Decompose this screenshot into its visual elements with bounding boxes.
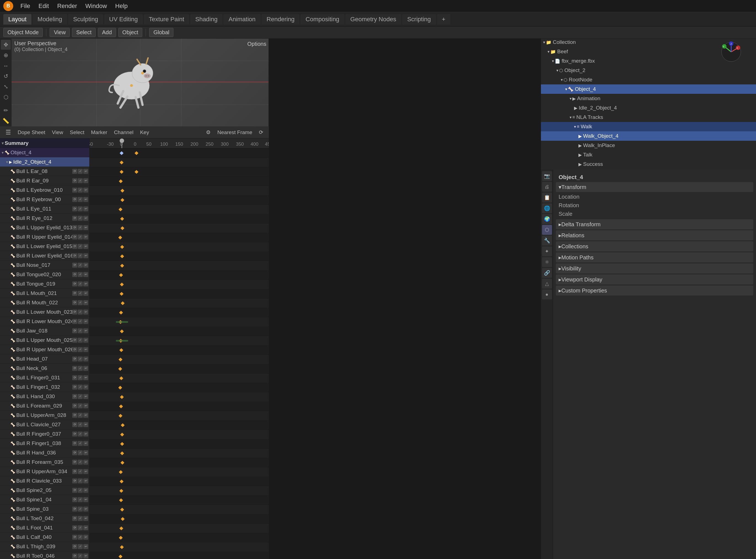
ds-select-btn[interactable]: Select: [67, 128, 87, 137]
modifier-prop-icon[interactable]: 🔧: [542, 236, 552, 246]
particle-prop-icon[interactable]: ✦: [542, 246, 552, 256]
channel-bull-l-clavicle[interactable]: 🦴 Bull L Clavicle_027 ⟳ ✓ ↩: [0, 420, 89, 429]
menu-window[interactable]: Window: [82, 1, 110, 11]
tree-talk[interactable]: ▶ Talk: [541, 150, 756, 159]
channel-bull-r-lower-mouth[interactable]: 🦴 Bull R Lower Mouth_024 ⟳ ✓ ↩: [0, 317, 89, 326]
tab-shading[interactable]: Shading: [190, 14, 222, 25]
channel-bull-l-mouth[interactable]: 🦴 Bull L Mouth_021 ⟳ ✓ ↩: [0, 289, 89, 298]
tab-texture-paint[interactable]: Texture Paint: [144, 14, 189, 25]
constraint-prop-icon[interactable]: 🔗: [542, 268, 552, 278]
object-mode-btn[interactable]: Object Mode: [3, 28, 43, 37]
channel-bull-r-forearm[interactable]: 🦴 Bull R Forearm_035 ⟳ ✓ ↩: [0, 457, 89, 467]
channel-bull-jaw[interactable]: 🦴 Bull Jaw_018 ⟳ ✓ ↩: [0, 326, 89, 336]
channel-bull-l-thigh[interactable]: 🦴 Bull L Thigh_039 ⟳ ✓ ↩: [0, 542, 89, 551]
channel-bull-head[interactable]: 🦴 Bull Head_07 ⟳ ✓ ↩: [0, 354, 89, 364]
object-menu-btn[interactable]: Object: [118, 28, 143, 37]
tree-animation[interactable]: ▾ ▶ Animation: [541, 94, 756, 103]
visibility-header[interactable]: ▸ Visibility: [556, 264, 753, 273]
menu-file[interactable]: File: [17, 1, 33, 11]
tree-walk-inplace[interactable]: ▶ Walk_InPlace: [541, 141, 756, 150]
material-prop-icon[interactable]: ●: [542, 289, 552, 299]
transform-header[interactable]: ▾ Transform: [556, 182, 753, 192]
channel-bull-tongue[interactable]: 🦴 Bull Tongue_019 ⟳ ✓ ↩: [0, 279, 89, 289]
channel-bull-l-upperarm[interactable]: 🦴 Bull L UpperArm_028 ⟳ ✓ ↩: [0, 410, 89, 420]
collections-header[interactable]: ▸ Collections: [556, 241, 753, 251]
channel-bull-spine2[interactable]: 🦴 Bull Spine2_05 ⟳ ✓ ↩: [0, 486, 89, 495]
keyframe-area[interactable]: -50 -30 0 0 50 100 150 200 250 300 350 4…: [90, 138, 269, 559]
view-menu-btn[interactable]: View: [50, 28, 70, 37]
ds-type-icon[interactable]: ☰: [3, 128, 14, 137]
ds-filter-btn[interactable]: ⚙: [203, 128, 213, 137]
tree-nla[interactable]: ▾ ≡ NLA Tracks: [541, 113, 756, 122]
select-menu-btn[interactable]: Select: [72, 28, 96, 37]
rotate-tool[interactable]: ↺: [1, 71, 11, 81]
data-prop-icon[interactable]: △: [542, 279, 552, 289]
channel-bull-r-ear[interactable]: 🦴 Bull R Ear_09 ⟳ ✓ ↩: [0, 176, 89, 185]
channel-bull-l-finger1[interactable]: 🦴 Bull L Finger1_032 ⟳ ✓ ↩: [0, 382, 89, 392]
view-layer-icon[interactable]: 📋: [542, 193, 552, 203]
channel-bull-spine1[interactable]: 🦴 Bull Spine1_04 ⟳ ✓ ↩: [0, 495, 89, 505]
channel-bull-r-upper-eyelid[interactable]: 🦴 Bull R Upper Eyelid_014 ⟳ ✓ ↩: [0, 232, 89, 242]
menu-render[interactable]: Render: [54, 1, 80, 11]
annotate-tool[interactable]: ✏: [1, 105, 11, 115]
motion-paths-header[interactable]: ▸ Motion Paths: [556, 252, 753, 262]
channel-bull-l-lower-eyelid[interactable]: 🦴 Bull L Lower Eyelid_015 ⟳ ✓ ↩: [0, 242, 89, 251]
ds-marker-btn[interactable]: Marker: [88, 128, 110, 137]
channel-idle2[interactable]: ▾ ▶ Idle_2_Object_4: [0, 157, 89, 167]
move-tool[interactable]: ↔: [1, 61, 11, 71]
channel-bull-r-toe0[interactable]: 🦴 Bull R Toe0_046 ⟳ ✓ ↩: [0, 551, 89, 559]
channel-bull-l-upper-eyelid[interactable]: 🦴 Bull L Upper Eyelid_013 ⟳ ✓ ↩: [0, 223, 89, 232]
world-prop-icon[interactable]: 🌍: [542, 214, 552, 224]
object-prop-icon[interactable]: ⬡: [542, 225, 552, 235]
transform-tool[interactable]: ⬡: [1, 92, 11, 102]
tab-add[interactable]: +: [437, 14, 450, 25]
tab-rendering[interactable]: Rendering: [262, 14, 300, 25]
channel-bull-l-ear[interactable]: 🦴 Bull L Ear_08 ⟳ ✓ ↩: [0, 167, 89, 176]
ds-sync-btn[interactable]: ⟳: [256, 128, 266, 137]
tab-animation[interactable]: Animation: [223, 14, 261, 25]
custom-props-header[interactable]: ▸ Custom Properties: [556, 286, 753, 295]
channel-bull-r-finger0[interactable]: 🦴 Bull R Finger0_037 ⟳ ✓ ↩: [0, 429, 89, 439]
channel-bull-r-eyebrow[interactable]: 🦴 Bull R Eyebrow_00 ⟳ ✓ ↩: [0, 195, 89, 204]
channel-bull-r-upper-mouth[interactable]: 🦴 Bull R Upper Mouth_026 ⟳ ✓ ↩: [0, 345, 89, 354]
measure-tool[interactable]: 📏: [1, 116, 11, 126]
channel-bull-tongue02[interactable]: 🦴 Bull Tongue02_020 ⟳ ✓ ↩: [0, 270, 89, 279]
channel-bull-r-lower-eyelid[interactable]: 🦴 Bull R Lower Eyelid_016 ⟳ ✓ ↩: [0, 251, 89, 261]
tree-rootnode[interactable]: ▾ ⬡ RootNode: [541, 75, 756, 85]
channel-bull-l-forearm[interactable]: 🦴 Bull L Forearm_029 ⟳ ✓ ↩: [0, 401, 89, 410]
channel-bull-l-hand[interactable]: 🦴 Bull L Hand_030 ⟳ ✓ ↩: [0, 392, 89, 401]
scale-tool[interactable]: ⤡: [1, 82, 11, 92]
tree-walk[interactable]: ▾ ≡ Walk: [541, 122, 756, 131]
output-prop-icon[interactable]: 🖨: [542, 182, 552, 192]
tree-object2[interactable]: ▾ ⬡ Object_2: [541, 66, 756, 75]
global-btn[interactable]: Global: [149, 28, 173, 37]
tab-scripting[interactable]: Scripting: [402, 14, 436, 25]
channel-bull-l-toe0[interactable]: 🦴 Bull L Toe0_042 ⟳ ✓ ↩: [0, 514, 89, 523]
tab-compositing[interactable]: Compositing: [301, 14, 344, 25]
cursor-tool[interactable]: ⊕: [1, 50, 11, 60]
ds-type-label[interactable]: Dope Sheet: [15, 128, 48, 137]
tab-modeling[interactable]: Modeling: [32, 14, 67, 25]
channel-bull-l-eye[interactable]: 🦴 Bull L Eye_011 ⟳ ✓ ↩: [0, 204, 89, 214]
ds-channel-btn[interactable]: Channel: [111, 128, 136, 137]
channel-bull-r-mouth[interactable]: 🦴 Bull R Mouth_022 ⟳ ✓ ↩: [0, 298, 89, 307]
menu-help[interactable]: Help: [112, 1, 131, 11]
menu-edit[interactable]: Edit: [35, 1, 52, 11]
channel-bull-spine[interactable]: 🦴 Bull Spine_03 ⟳ ✓ ↩: [0, 505, 89, 514]
nav-gizmo[interactable]: X Y Z: [720, 41, 742, 63]
ds-view-btn[interactable]: View: [49, 128, 66, 137]
tree-object4-active[interactable]: ▾ 🦴 Object_4: [541, 85, 756, 94]
channel-object4[interactable]: ▾ 🦴 Object_4: [0, 148, 89, 157]
tree-success[interactable]: ▶ Success: [541, 159, 756, 169]
tab-sculpting[interactable]: Sculpting: [68, 14, 103, 25]
viewport-3d[interactable]: User Perspective (0) Collection | Object…: [11, 39, 268, 126]
ds-key-btn[interactable]: Key: [137, 128, 152, 137]
scene-prop-icon[interactable]: 🌐: [542, 203, 552, 213]
channel-bull-r-eye[interactable]: 🦴 Bull R Eye_012 ⟳ ✓ ↩: [0, 214, 89, 223]
channel-bull-r-finger1[interactable]: 🦴 Bull R Finger1_038 ⟳ ✓ ↩: [0, 439, 89, 448]
tree-walk-object4[interactable]: ▶ Walk_Object_4: [541, 131, 756, 141]
channel-bull-r-hand[interactable]: 🦴 Bull R Hand_036 ⟳ ✓ ↩: [0, 448, 89, 457]
channel-bull-l-eyebrow[interactable]: 🦴 Bull L Eyebrow_010 ⟳ ✓ ↩: [0, 185, 89, 195]
channel-bull-l-foot[interactable]: 🦴 Bull L Foot_041 ⟳ ✓ ↩: [0, 523, 89, 533]
channel-bull-neck[interactable]: 🦴 Bull Neck_06 ⟳ ✓ ↩: [0, 364, 89, 373]
